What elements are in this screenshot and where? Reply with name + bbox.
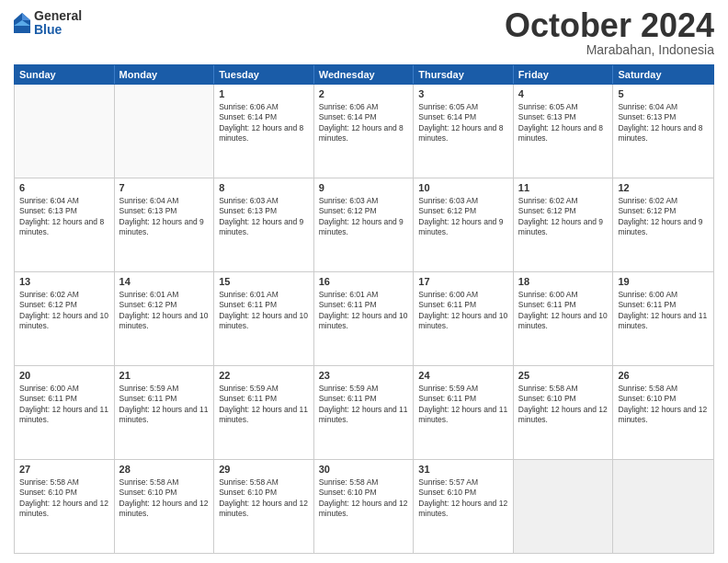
page-header: General Blue October 2024 Marabahan, Ind… — [14, 9, 714, 57]
calendar-cell: 25Sunrise: 5:58 AM Sunset: 6:10 PM Dayli… — [514, 366, 614, 459]
cell-info: Sunrise: 6:06 AM Sunset: 6:14 PM Dayligh… — [319, 102, 409, 144]
cell-info: Sunrise: 6:00 AM Sunset: 6:11 PM Dayligh… — [19, 384, 109, 426]
calendar-row-5: 27Sunrise: 5:58 AM Sunset: 6:10 PM Dayli… — [15, 460, 713, 553]
calendar-cell: 18Sunrise: 6:00 AM Sunset: 6:11 PM Dayli… — [514, 272, 614, 365]
calendar-body: 1Sunrise: 6:06 AM Sunset: 6:14 PM Daylig… — [14, 85, 714, 554]
cell-info: Sunrise: 5:58 AM Sunset: 6:10 PM Dayligh… — [518, 384, 609, 426]
day-number: 10 — [418, 181, 508, 195]
cell-info: Sunrise: 5:58 AM Sunset: 6:10 PM Dayligh… — [618, 384, 709, 426]
calendar-cell: 7Sunrise: 6:04 AM Sunset: 6:13 PM Daylig… — [115, 178, 215, 271]
logo-icon — [14, 13, 30, 33]
logo: General Blue — [14, 9, 82, 38]
cell-info: Sunrise: 6:02 AM Sunset: 6:12 PM Dayligh… — [618, 196, 709, 238]
day-number: 13 — [19, 275, 109, 289]
day-number: 4 — [518, 87, 609, 101]
calendar-cell — [15, 85, 115, 178]
cell-info: Sunrise: 6:03 AM Sunset: 6:13 PM Dayligh… — [219, 196, 309, 238]
weekday-header-tuesday: Tuesday — [214, 65, 314, 84]
calendar-cell: 16Sunrise: 6:01 AM Sunset: 6:11 PM Dayli… — [314, 272, 415, 365]
weekday-header-friday: Friday — [514, 65, 614, 84]
day-number: 25 — [518, 369, 609, 383]
cell-info: Sunrise: 6:01 AM Sunset: 6:11 PM Dayligh… — [219, 290, 309, 332]
cell-info: Sunrise: 5:58 AM Sunset: 6:10 PM Dayligh… — [119, 477, 210, 520]
calendar-cell: 5Sunrise: 6:04 AM Sunset: 6:13 PM Daylig… — [613, 85, 713, 178]
day-number: 14 — [119, 275, 210, 289]
cell-info: Sunrise: 6:04 AM Sunset: 6:13 PM Dayligh… — [618, 102, 709, 144]
calendar-cell: 20Sunrise: 6:00 AM Sunset: 6:11 PM Dayli… — [15, 366, 115, 459]
day-number: 15 — [219, 275, 309, 289]
cell-info: Sunrise: 5:59 AM Sunset: 6:11 PM Dayligh… — [219, 384, 309, 426]
day-number: 12 — [618, 181, 709, 195]
calendar-row-2: 6Sunrise: 6:04 AM Sunset: 6:13 PM Daylig… — [15, 178, 713, 272]
calendar-cell: 15Sunrise: 6:01 AM Sunset: 6:11 PM Dayli… — [214, 272, 314, 365]
day-number: 24 — [418, 369, 508, 383]
calendar-cell: 10Sunrise: 6:03 AM Sunset: 6:12 PM Dayli… — [414, 178, 514, 271]
day-number: 5 — [618, 87, 709, 101]
location: Marabahan, Indonesia — [505, 42, 714, 57]
calendar-cell: 29Sunrise: 5:58 AM Sunset: 6:10 PM Dayli… — [214, 460, 314, 553]
day-number: 20 — [19, 369, 109, 383]
calendar-cell: 8Sunrise: 6:03 AM Sunset: 6:13 PM Daylig… — [214, 178, 314, 271]
calendar-cell: 13Sunrise: 6:02 AM Sunset: 6:12 PM Dayli… — [15, 272, 115, 365]
calendar-cell: 11Sunrise: 6:02 AM Sunset: 6:12 PM Dayli… — [514, 178, 614, 271]
day-number: 16 — [319, 275, 409, 289]
calendar-header: SundayMondayTuesdayWednesdayThursdayFrid… — [14, 64, 714, 85]
calendar-row-3: 13Sunrise: 6:02 AM Sunset: 6:12 PM Dayli… — [15, 272, 713, 366]
day-number: 18 — [518, 275, 609, 289]
day-number: 30 — [319, 463, 409, 477]
day-number: 31 — [418, 463, 508, 477]
cell-info: Sunrise: 5:59 AM Sunset: 6:11 PM Dayligh… — [418, 384, 508, 426]
calendar-row-4: 20Sunrise: 6:00 AM Sunset: 6:11 PM Dayli… — [15, 366, 713, 460]
calendar-cell — [514, 460, 614, 553]
cell-info: Sunrise: 6:05 AM Sunset: 6:14 PM Dayligh… — [418, 102, 508, 144]
day-number: 6 — [19, 181, 109, 195]
day-number: 26 — [618, 369, 709, 383]
day-number: 29 — [219, 463, 309, 477]
cell-info: Sunrise: 5:58 AM Sunset: 6:10 PM Dayligh… — [319, 477, 409, 520]
calendar-cell — [613, 460, 713, 553]
cell-info: Sunrise: 5:59 AM Sunset: 6:11 PM Dayligh… — [119, 384, 210, 426]
cell-info: Sunrise: 6:00 AM Sunset: 6:11 PM Dayligh… — [418, 290, 508, 332]
calendar-cell: 31Sunrise: 5:57 AM Sunset: 6:10 PM Dayli… — [414, 460, 514, 553]
calendar-cell: 4Sunrise: 6:05 AM Sunset: 6:13 PM Daylig… — [514, 85, 614, 178]
day-number: 8 — [219, 181, 309, 195]
cell-info: Sunrise: 6:03 AM Sunset: 6:12 PM Dayligh… — [418, 196, 508, 238]
day-number: 23 — [319, 369, 409, 383]
logo-blue: Blue — [34, 23, 82, 37]
calendar-cell: 21Sunrise: 5:59 AM Sunset: 6:11 PM Dayli… — [115, 366, 215, 459]
cell-info: Sunrise: 6:01 AM Sunset: 6:12 PM Dayligh… — [119, 290, 210, 332]
cell-info: Sunrise: 6:04 AM Sunset: 6:13 PM Dayligh… — [19, 196, 109, 238]
day-number: 3 — [418, 87, 508, 101]
calendar-cell: 1Sunrise: 6:06 AM Sunset: 6:14 PM Daylig… — [214, 85, 314, 178]
day-number: 1 — [219, 87, 309, 101]
cell-info: Sunrise: 5:57 AM Sunset: 6:10 PM Dayligh… — [418, 477, 508, 520]
weekday-header-sunday: Sunday — [15, 65, 115, 84]
calendar-cell: 24Sunrise: 5:59 AM Sunset: 6:11 PM Dayli… — [414, 366, 514, 459]
title-block: October 2024 Marabahan, Indonesia — [505, 9, 714, 57]
logo-text: General Blue — [34, 9, 82, 38]
calendar-cell: 26Sunrise: 5:58 AM Sunset: 6:10 PM Dayli… — [613, 366, 713, 459]
day-number: 21 — [119, 369, 210, 383]
cell-info: Sunrise: 6:05 AM Sunset: 6:13 PM Dayligh… — [518, 102, 609, 144]
calendar-cell: 19Sunrise: 6:00 AM Sunset: 6:11 PM Dayli… — [613, 272, 713, 365]
calendar-cell: 6Sunrise: 6:04 AM Sunset: 6:13 PM Daylig… — [15, 178, 115, 271]
day-number: 27 — [19, 463, 109, 477]
cell-info: Sunrise: 5:58 AM Sunset: 6:10 PM Dayligh… — [19, 477, 109, 520]
calendar-cell: 27Sunrise: 5:58 AM Sunset: 6:10 PM Dayli… — [15, 460, 115, 553]
calendar-cell: 2Sunrise: 6:06 AM Sunset: 6:14 PM Daylig… — [314, 85, 415, 178]
day-number: 22 — [219, 369, 309, 383]
calendar-cell: 30Sunrise: 5:58 AM Sunset: 6:10 PM Dayli… — [314, 460, 415, 553]
cell-info: Sunrise: 6:01 AM Sunset: 6:11 PM Dayligh… — [319, 290, 409, 332]
cell-info: Sunrise: 5:58 AM Sunset: 6:10 PM Dayligh… — [219, 477, 309, 520]
cell-info: Sunrise: 5:59 AM Sunset: 6:11 PM Dayligh… — [319, 384, 409, 426]
svg-marker-1 — [22, 13, 30, 20]
day-number: 19 — [618, 275, 709, 289]
weekday-header-wednesday: Wednesday — [314, 65, 415, 84]
calendar-cell: 22Sunrise: 5:59 AM Sunset: 6:11 PM Dayli… — [214, 366, 314, 459]
calendar-cell — [115, 85, 215, 178]
weekday-header-monday: Monday — [115, 65, 215, 84]
calendar-cell: 12Sunrise: 6:02 AM Sunset: 6:12 PM Dayli… — [613, 178, 713, 271]
cell-info: Sunrise: 6:03 AM Sunset: 6:12 PM Dayligh… — [319, 196, 409, 238]
calendar-cell: 3Sunrise: 6:05 AM Sunset: 6:14 PM Daylig… — [414, 85, 514, 178]
logo-general: General — [34, 9, 82, 23]
